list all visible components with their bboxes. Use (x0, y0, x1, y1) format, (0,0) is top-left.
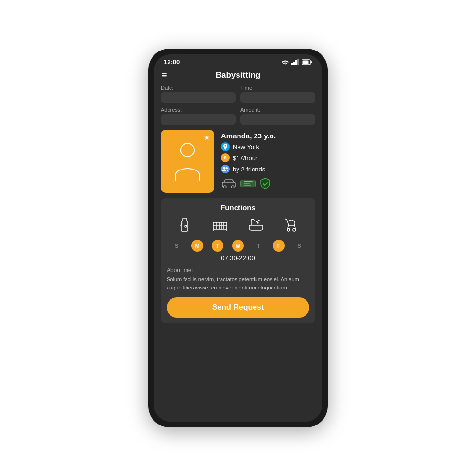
profile-avatar-svg (170, 139, 204, 183)
svg-rect-3 (297, 59, 299, 65)
svg-rect-0 (291, 63, 293, 65)
svg-point-28 (293, 228, 296, 231)
app-header: ≡ Babysitting (154, 68, 322, 85)
svg-line-29 (285, 219, 287, 220)
functions-icons (167, 217, 309, 234)
location-text: New York (233, 143, 259, 151)
date-label: Date: (161, 85, 236, 91)
status-time: 12:00 (164, 58, 180, 66)
svg-point-24 (256, 221, 257, 222)
date-group: Date: (161, 85, 236, 103)
people-icon (222, 167, 228, 171)
svg-point-7 (181, 143, 194, 157)
svg-point-25 (258, 220, 259, 221)
friends-icon (221, 165, 230, 173)
svg-point-11 (226, 167, 228, 169)
svg-point-15 (185, 225, 187, 227)
day-monday[interactable]: M (191, 240, 203, 252)
day-friday[interactable]: F (273, 240, 285, 252)
status-bar: 12:00 (154, 54, 322, 68)
day-wednesday[interactable]: W (232, 240, 244, 252)
amount-group: Amount: (240, 107, 315, 125)
time-group: Time: (240, 85, 315, 103)
amount-input[interactable] (240, 114, 315, 125)
header-title: Babysitting (216, 70, 261, 80)
shield-icon (260, 178, 271, 189)
date-time-row: Date: Time: (161, 85, 315, 103)
time-range: 07:30-22:00 (167, 255, 309, 262)
profile-name: Amanda, 23 y.o. (221, 132, 315, 140)
crib-icon (211, 217, 229, 234)
profile-photo: ★ (161, 130, 214, 193)
address-input[interactable] (161, 114, 236, 125)
address-group: Address: (161, 107, 236, 125)
svg-rect-1 (293, 62, 295, 65)
stroller-icon (283, 217, 300, 234)
functions-section: Functions (161, 198, 315, 323)
friends-row: by 2 friends (221, 165, 315, 173)
main-content: Date: Time: Address: Amount: (154, 85, 322, 422)
about-text: Solum facilis ne vim, tractatos petentiu… (167, 275, 309, 291)
svg-point-26 (257, 222, 258, 223)
svg-point-27 (287, 228, 290, 231)
time-label: Time: (240, 85, 315, 91)
id-card-badge (240, 180, 256, 187)
menu-icon[interactable]: ≡ (162, 71, 167, 80)
svg-rect-2 (295, 60, 297, 65)
bottle-icon (176, 217, 193, 234)
days-row: S M T W T F S (167, 240, 309, 252)
status-icons (281, 59, 312, 65)
svg-rect-5 (303, 60, 309, 64)
location-row: New York (221, 142, 315, 151)
svg-rect-12 (222, 182, 235, 187)
amount-label: Amount: (240, 107, 315, 113)
svg-rect-6 (311, 61, 312, 63)
day-saturday: S (293, 240, 305, 252)
functions-title: Functions (167, 204, 309, 212)
signal-icon (291, 59, 299, 65)
day-tuesday[interactable]: T (212, 240, 223, 252)
profile-info: Amanda, 23 y.o. New York $ $ (221, 130, 315, 189)
about-section: About me: Solum facilis ne vim, tractato… (167, 267, 309, 291)
bathtub-icon (247, 217, 265, 234)
star-badge: ★ (204, 134, 210, 141)
rate-row: $ $17/hour (221, 153, 315, 162)
profile-area: ★ Amanda, 23 y.o. (161, 130, 315, 193)
time-input[interactable] (240, 92, 315, 103)
svg-point-10 (223, 167, 226, 170)
battery-icon (302, 59, 312, 65)
rate-text: $17/hour (233, 154, 257, 162)
phone-frame: 12:00 (148, 49, 328, 427)
day-sunday: S (171, 240, 183, 252)
badges-row (221, 178, 315, 189)
about-title: About me: (167, 267, 309, 273)
address-amount-row: Address: Amount: (161, 107, 315, 125)
dollar-icon: $ (221, 153, 230, 162)
pin-icon (223, 144, 228, 150)
send-request-button[interactable]: Send Request (167, 297, 309, 318)
car-icon (221, 179, 237, 188)
wifi-icon (281, 59, 289, 65)
friends-text: by 2 friends (233, 166, 265, 173)
address-label: Address: (161, 107, 236, 113)
day-thursday: T (253, 240, 264, 252)
location-icon (221, 142, 230, 151)
date-input[interactable] (161, 92, 236, 103)
phone-screen: 12:00 (154, 54, 322, 422)
